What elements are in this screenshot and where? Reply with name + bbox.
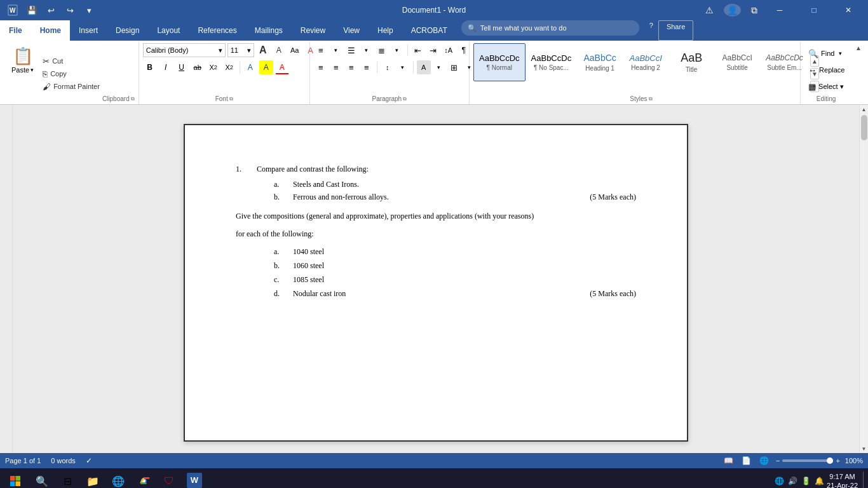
scroll-up-btn[interactable]: ▲ xyxy=(860,105,869,114)
taskbar-file-explorer[interactable]: 📁 xyxy=(81,470,104,488)
replace-button[interactable]: ↔ Replace xyxy=(804,62,848,78)
grow-font-button[interactable]: A xyxy=(256,43,270,57)
help-button[interactable]: ? xyxy=(644,20,658,41)
maximize-button[interactable]: □ xyxy=(799,0,829,20)
subscript-button[interactable]: X2 xyxy=(207,60,220,74)
strikethrough-button[interactable]: ab xyxy=(191,60,205,74)
multilevel-button[interactable]: ≣ xyxy=(375,43,389,57)
save-qat-btn[interactable]: 💾 xyxy=(24,3,39,18)
tab-help[interactable]: Help xyxy=(369,20,402,41)
zoom-plus-btn[interactable]: + xyxy=(836,457,839,464)
style-no-spacing[interactable]: AaBbCcDc ¶ No Spac... xyxy=(526,43,578,81)
undo-qat-btn[interactable]: ↩ xyxy=(43,3,58,18)
highlight-color-button[interactable]: A xyxy=(259,60,273,74)
tab-insert[interactable]: Insert xyxy=(70,20,107,41)
tab-home[interactable]: Home xyxy=(31,20,70,41)
taskbar-chrome[interactable] xyxy=(132,470,155,488)
italic-button[interactable]: I xyxy=(159,60,173,74)
web-layout-btn[interactable]: 🌐 xyxy=(758,454,771,467)
font-family-dropdown-icon[interactable]: ▾ xyxy=(219,46,222,55)
align-right-button[interactable]: ≡ xyxy=(344,60,358,74)
font-color-button[interactable]: A xyxy=(275,60,289,74)
taskbar-edge[interactable]: 🌐 xyxy=(107,470,130,488)
scroll-down-btn[interactable]: ▼ xyxy=(860,444,869,453)
taskbar-word-app[interactable]: W xyxy=(183,470,206,488)
format-painter-button[interactable]: 🖌 Format Painter xyxy=(40,81,102,93)
line-spacing-dropdown[interactable]: ▾ xyxy=(396,60,410,74)
tab-view[interactable]: View xyxy=(334,20,369,41)
redo-qat-btn[interactable]: ↪ xyxy=(62,3,78,18)
shrink-font-button[interactable]: A xyxy=(272,43,286,57)
taskbar-mcafee[interactable]: 🛡 xyxy=(158,470,180,488)
numbering-button[interactable]: ☰ xyxy=(344,43,358,57)
superscript-button[interactable]: X2 xyxy=(222,60,236,74)
scroll-thumb[interactable] xyxy=(861,115,867,140)
font-family-selector[interactable]: Calibri (Body) ▾ xyxy=(143,43,226,57)
zoom-slider[interactable] xyxy=(782,459,833,462)
shading-dropdown[interactable]: ▾ xyxy=(432,60,446,74)
close-button[interactable]: ✕ xyxy=(834,0,863,20)
font-separator xyxy=(240,62,240,73)
style-subtitle[interactable]: AaBbCcI Subtitle xyxy=(714,43,760,81)
show-hide-button[interactable]: ¶ xyxy=(457,43,471,57)
sort-button[interactable]: ↕A xyxy=(442,43,456,57)
paste-button[interactable]: 📋 Paste ▾ xyxy=(6,43,39,104)
paste-dropdown-icon[interactable]: ▾ xyxy=(31,67,34,73)
document-area[interactable]: 1. Compare and contrast the following: a… xyxy=(13,105,859,453)
copy-button[interactable]: ⎘ Copy xyxy=(40,68,102,80)
taskbar-search-btn[interactable]: 🔍 xyxy=(31,470,53,488)
zoom-minus-btn[interactable]: − xyxy=(776,457,780,464)
print-layout-btn[interactable]: 📄 xyxy=(740,454,753,467)
bullets-dropdown[interactable]: ▾ xyxy=(329,43,343,57)
select-button[interactable]: ▦ Select ▾ xyxy=(804,79,848,94)
tab-references[interactable]: References xyxy=(189,20,245,41)
borders-button[interactable]: ⊞ xyxy=(447,60,461,74)
align-left-button[interactable]: ≡ xyxy=(314,60,328,74)
shading-button[interactable]: A xyxy=(417,60,431,74)
tab-acrobat[interactable]: ACROBAT xyxy=(402,20,456,41)
styles-expand-icon[interactable]: ⧉ xyxy=(649,96,653,102)
minimize-button[interactable]: ─ xyxy=(765,0,794,20)
decrease-indent-button[interactable]: ⇤ xyxy=(411,43,425,57)
customize-qat-btn[interactable]: ▾ xyxy=(81,3,97,18)
font-size-selector[interactable]: 11 ▾ xyxy=(227,43,254,57)
find-dropdown[interactable]: ▾ xyxy=(839,50,842,57)
justify-button[interactable]: ≡ xyxy=(360,60,374,74)
cut-button[interactable]: ✂ Cut xyxy=(40,55,102,67)
tab-mailings[interactable]: Mailings xyxy=(246,20,292,41)
vertical-scrollbar[interactable]: ▲ ▼ xyxy=(859,105,868,453)
text-effects-button[interactable]: A xyxy=(243,60,257,74)
taskbar-task-view[interactable]: ⊟ xyxy=(56,470,79,488)
numbering-dropdown[interactable]: ▾ xyxy=(360,43,374,57)
notification-icon[interactable]: 🔔 xyxy=(815,477,824,485)
underline-button[interactable]: U xyxy=(175,60,189,74)
increase-indent-button[interactable]: ⇥ xyxy=(426,43,440,57)
change-case-button[interactable]: Aa xyxy=(288,43,302,57)
start-button[interactable] xyxy=(3,468,28,488)
tab-layout[interactable]: Layout xyxy=(148,20,189,41)
bold-button[interactable]: B xyxy=(143,60,157,74)
align-center-button[interactable]: ≡ xyxy=(329,60,343,74)
bullets-button[interactable]: ≡ xyxy=(314,43,328,57)
tab-design[interactable]: Design xyxy=(107,20,148,41)
style-heading1[interactable]: AaBbCc Heading 1 xyxy=(577,43,623,81)
line-spacing-button[interactable]: ↕ xyxy=(381,60,395,74)
read-mode-btn[interactable]: 📖 xyxy=(722,454,735,467)
style-normal[interactable]: AaBbCcDc ¶ Normal xyxy=(473,43,526,81)
share-button[interactable]: Share xyxy=(658,20,693,41)
title-controls: ⚠ 👤 ⧉ ─ □ ✕ xyxy=(705,0,863,20)
search-bar[interactable]: 🔍 Tell me what you want to do xyxy=(461,20,639,36)
proofing-icon[interactable]: ✓ xyxy=(86,456,92,465)
font-expand-icon[interactable]: ⧉ xyxy=(229,96,233,102)
style-title[interactable]: AaB Title xyxy=(668,43,714,81)
ribbon-collapse-btn[interactable]: ▲ xyxy=(851,42,865,104)
find-button[interactable]: 🔍 Find ▾ xyxy=(804,46,845,61)
show-desktop-btn[interactable] xyxy=(863,471,865,488)
font-size-dropdown-icon[interactable]: ▾ xyxy=(247,46,251,55)
paragraph-expand-icon[interactable]: ⧉ xyxy=(403,96,407,102)
tab-review[interactable]: Review xyxy=(292,20,334,41)
tab-file[interactable]: File xyxy=(0,20,31,41)
clipboard-expand-icon[interactable]: ⧉ xyxy=(131,96,135,102)
multilevel-dropdown[interactable]: ▾ xyxy=(390,43,404,57)
style-heading2[interactable]: AaBbCcI Heading 2 xyxy=(623,43,668,81)
